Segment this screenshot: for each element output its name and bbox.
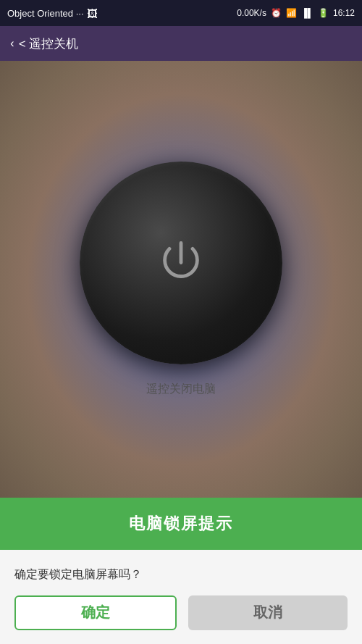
alarm-icon: ⏰ <box>271 8 282 18</box>
app-name-label: Object Oriented ··· <box>7 8 84 19</box>
green-banner: 电脑锁屏提示 <box>0 498 362 550</box>
battery-icon: 🔋 <box>318 8 329 18</box>
dialog-buttons: 确定 取消 <box>14 595 348 630</box>
subtitle-label: 遥控关闭电脑 <box>146 382 216 397</box>
photo-icon: 🖼 <box>87 7 98 20</box>
status-left: Object Oriented ··· 🖼 <box>7 7 98 20</box>
power-icon <box>152 233 210 293</box>
cancel-button[interactable]: 取消 <box>188 595 348 630</box>
time-label: 16:12 <box>333 8 355 18</box>
nav-title: < 遥控关机 <box>19 35 79 52</box>
signal-icon: ▐▌ <box>301 8 313 18</box>
dialog-area: 确定要锁定电脑屏幕吗？ 确定 取消 <box>0 550 362 644</box>
back-button[interactable]: ‹ < 遥控关机 <box>10 35 78 52</box>
status-bar: Object Oriented ··· 🖼 0.00K/s ⏰ 📶 ▐▌ 🔋 1… <box>0 0 362 26</box>
back-icon: ‹ <box>10 36 14 51</box>
network-speed-label: 0.00K/s <box>237 8 266 18</box>
wifi-icon: 📶 <box>286 8 297 18</box>
status-right: 0.00K/s ⏰ 📶 ▐▌ 🔋 16:12 <box>237 8 355 18</box>
power-icon-wrapper <box>148 230 214 296</box>
banner-title: 电脑锁屏提示 <box>129 513 233 535</box>
confirm-button[interactable]: 确定 <box>14 595 177 630</box>
main-content: 遥控关闭电脑 <box>0 61 362 498</box>
power-button[interactable] <box>80 162 282 364</box>
dialog-question: 确定要锁定电脑屏幕吗？ <box>14 567 142 582</box>
nav-bar: ‹ < 遥控关机 <box>0 26 362 61</box>
